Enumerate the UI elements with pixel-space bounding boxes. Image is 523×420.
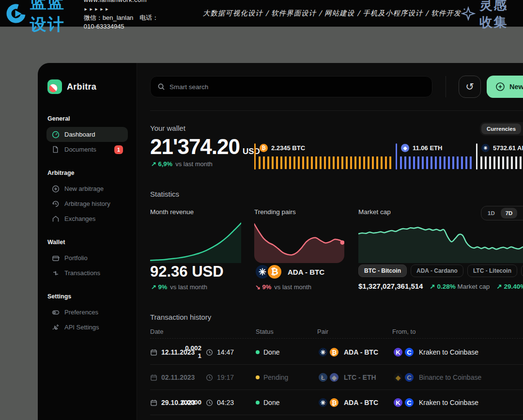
toggle-icon bbox=[51, 308, 60, 316]
kraken-icon: K bbox=[392, 346, 404, 358]
trending-pair: ✳ ₿ ADA - BTC bbox=[254, 264, 324, 280]
wallet-distribution-bar: ₿2.2345 BTC ◆11.06 ETH ✳5732.61 ADA bbox=[254, 143, 523, 170]
wallet-icon bbox=[51, 254, 60, 262]
period-1m[interactable]: 1M bbox=[518, 208, 523, 218]
eth-dashes bbox=[400, 156, 473, 169]
sidebar-item-transactions[interactable]: Transactions bbox=[46, 265, 128, 280]
transaction-row[interactable]: 02.11.2023 19:17 Pending Ł◆LTC - ETH ◆CB… bbox=[150, 365, 523, 390]
sidebar-item-dashboard[interactable]: Dashboard bbox=[46, 127, 128, 142]
sidebar-item-preferences[interactable]: Preferences bbox=[46, 305, 128, 320]
toggle-exchanges[interactable]: Exchanges bbox=[521, 124, 523, 134]
sidebar-item-exchanges[interactable]: Exchanges bbox=[46, 211, 128, 226]
market-cap-chart bbox=[358, 220, 523, 263]
down-arrow-icon: ↘ bbox=[255, 283, 261, 291]
status-dot-pending bbox=[256, 375, 260, 379]
period-1d[interactable]: 1D bbox=[483, 208, 500, 218]
wallet-segment-btc[interactable]: ₿2.2345 BTC bbox=[254, 143, 396, 170]
toggle-currencies[interactable]: Currencies bbox=[481, 124, 521, 134]
trending-pair-trend: ↘ 9% vs last month bbox=[255, 283, 311, 291]
search-input[interactable] bbox=[169, 83, 425, 91]
ada-coin-icon: ✳ bbox=[317, 346, 329, 358]
wallet-segment-ada[interactable]: ✳5732.61 ADA bbox=[476, 143, 523, 170]
plus-circle-icon bbox=[51, 185, 60, 193]
market-cap-value: $1,327,027,361,514 bbox=[358, 282, 423, 290]
sidebar-item-documents[interactable]: Documents 1 bbox=[46, 142, 128, 157]
arbitra-logo-icon bbox=[47, 79, 62, 94]
sidebar-item-new-arbitrage[interactable]: New arbitrage bbox=[46, 181, 128, 196]
banner-contact: www.lanlanwork.com ►►►►► 微信：ben_lanlan 电… bbox=[84, 0, 169, 31]
ada-dashes bbox=[480, 156, 523, 169]
exchange-building-icon bbox=[51, 215, 60, 223]
period-7d[interactable]: 7D bbox=[501, 208, 518, 218]
history-icon bbox=[51, 200, 60, 208]
col-header-status: Status bbox=[256, 328, 274, 335]
wallet-trend: ↗ 6,9% vs last month bbox=[151, 160, 213, 168]
segment-tick bbox=[476, 143, 477, 170]
promo-banner: 蓝蓝设计 www.lanlanwork.com ►►►►► 微信：ben_lan… bbox=[0, 0, 523, 27]
coinbase-icon: C bbox=[403, 372, 415, 383]
calendar-icon bbox=[150, 399, 157, 406]
topbar-divider bbox=[446, 76, 446, 97]
binance-icon: ◆ bbox=[392, 372, 404, 383]
sidebar-section-general: General bbox=[47, 115, 128, 122]
btc-coin-icon: ₿ bbox=[328, 397, 340, 408]
dashboard-icon bbox=[51, 130, 60, 139]
col-header-fromto: From, to bbox=[392, 328, 415, 335]
tab-btc-bitcoin[interactable]: BTC - Bitcoin bbox=[358, 264, 407, 277]
month-revenue-value: 92.36 USD bbox=[150, 263, 224, 280]
document-icon bbox=[51, 145, 60, 154]
up-arrow-icon: ↗ bbox=[430, 283, 435, 290]
clock-icon bbox=[206, 374, 213, 381]
transaction-row[interactable]: 29.10.2023 04:23 Done ✳₿ADA - BTC KCKrak… bbox=[150, 390, 523, 415]
sidebar-item-arbitrage-history[interactable]: Arbitrage history bbox=[46, 196, 128, 211]
banner-site-link[interactable]: www.lanlanwork.com bbox=[84, 0, 147, 3]
main-content: ↺ New arbitrage Your wallet 21'374.20USD… bbox=[137, 63, 523, 420]
calendar-icon bbox=[150, 349, 157, 356]
wallet-view-toggle: Currencies Exchanges bbox=[480, 122, 523, 136]
market-cap-tabs: BTC - Bitcoin ADA - Cardano LTC - Liteco… bbox=[358, 264, 523, 277]
status-text: Pending bbox=[263, 373, 288, 381]
ada-coin-icon: ✳ bbox=[481, 144, 490, 152]
status-dot-done bbox=[256, 401, 260, 404]
header-separator bbox=[150, 338, 523, 339]
btc-dashes bbox=[259, 156, 392, 169]
eth-coin-icon: ◆ bbox=[328, 372, 340, 383]
history-clock-icon: ↺ bbox=[465, 81, 474, 93]
sidebar-item-api-settings[interactable]: API Settings bbox=[46, 320, 128, 335]
eth-coin-icon: ◆ bbox=[401, 144, 409, 152]
tab-eth-ethereum[interactable]: ETH - Ethereum bbox=[521, 264, 523, 277]
history-button[interactable]: ↺ bbox=[459, 76, 481, 98]
tab-ltc-litecoin[interactable]: LTC - Litecoin bbox=[467, 264, 517, 277]
sidebar-section-settings: Settings bbox=[47, 293, 128, 300]
wallet-segment-eth[interactable]: ◆11.06 ETH bbox=[396, 143, 476, 170]
coinbase-icon: C bbox=[403, 346, 415, 358]
new-arbitrage-button[interactable]: New arbitrage bbox=[487, 76, 523, 98]
segment-tick bbox=[254, 143, 256, 170]
sidebar-section-arbitrage: Arbitrage bbox=[47, 170, 128, 176]
sparkle-star-icon bbox=[461, 6, 476, 21]
search-bar[interactable] bbox=[150, 76, 432, 97]
status-text: Done bbox=[263, 348, 279, 356]
status-text: Done bbox=[263, 399, 279, 406]
wallet-total: 21'374.20USD bbox=[150, 135, 260, 159]
ltc-coin-icon: Ł bbox=[317, 372, 329, 383]
statistics-section-title: Statistics bbox=[150, 190, 179, 198]
transaction-row[interactable]: 12.11.2023 14:47 Done ✳₿ADA - BTC KCKrak… bbox=[150, 340, 523, 365]
sidebar-item-portfolio[interactable]: Portfolio bbox=[46, 250, 128, 265]
up-arrow-icon: ↗ bbox=[496, 283, 502, 290]
kraken-icon: K bbox=[392, 397, 404, 408]
btc-coin-icon: ₿ bbox=[260, 144, 268, 152]
coinbase-icon: C bbox=[403, 397, 415, 408]
calendar-icon bbox=[150, 374, 157, 381]
banner-wechat: 微信：ben_lanlan bbox=[84, 14, 134, 21]
banner-collection[interactable]: 灵感收集 bbox=[461, 0, 523, 31]
month-revenue-chart bbox=[150, 220, 241, 263]
ada-coin-icon: ✳ bbox=[317, 397, 329, 408]
trending-pairs-chart bbox=[254, 220, 344, 263]
up-arrow-icon: ↗ bbox=[151, 160, 156, 168]
segment-tick bbox=[396, 143, 397, 170]
tab-ada-cardano[interactable]: ADA - Cardano bbox=[411, 264, 463, 277]
banner-logo: 蓝蓝设计 bbox=[0, 0, 75, 36]
market-cap-label: Market cap bbox=[358, 208, 391, 216]
documents-badge: 1 bbox=[114, 145, 123, 154]
